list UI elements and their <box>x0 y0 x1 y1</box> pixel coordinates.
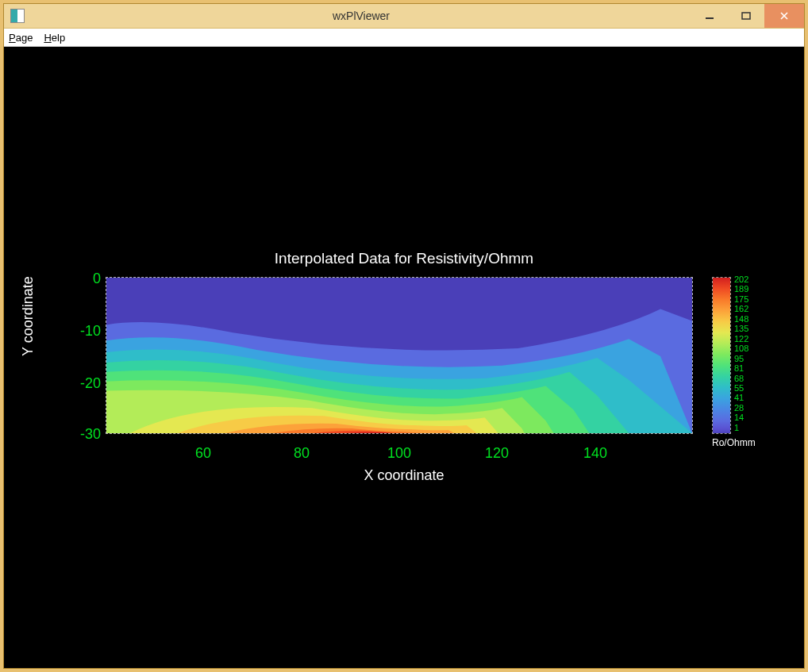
colorbar-tick: 108 <box>734 344 748 353</box>
colorbar-tick: 175 <box>734 295 748 304</box>
x-tick: 140 <box>583 445 607 462</box>
chart: Interpolated Data for Resistivity/Ohmm Y… <box>4 47 804 668</box>
heatmap-svg <box>106 278 692 433</box>
menubar: Page Help <box>4 29 804 47</box>
colorbar-tick: 81 <box>734 364 748 373</box>
colorbar-tick: 68 <box>734 374 748 383</box>
colorbar-tick: 1 <box>734 424 748 432</box>
close-icon <box>779 11 789 21</box>
svg-rect-5 <box>713 278 730 433</box>
app-icon <box>10 9 25 23</box>
menu-page[interactable]: Page <box>9 32 33 44</box>
svg-rect-1 <box>742 13 750 19</box>
y-tick: -20 <box>53 375 101 392</box>
y-tick: -10 <box>53 323 101 340</box>
colorbar-tick: 122 <box>734 335 748 344</box>
colorbar-tick: 148 <box>734 315 748 324</box>
x-axis-label: X coordinate <box>4 467 804 484</box>
x-tick: 80 <box>294 445 310 462</box>
colorbar-tick: 55 <box>734 384 748 393</box>
plot-canvas: Interpolated Data for Resistivity/Ohmm Y… <box>4 47 804 668</box>
colorbar-tick: 95 <box>734 355 748 363</box>
colorbar-tick: 162 <box>734 305 748 313</box>
colorbar <box>712 277 731 434</box>
minimize-button[interactable] <box>691 4 728 28</box>
x-tick: 120 <box>485 445 509 462</box>
colorbar-tick: 14 <box>734 413 748 422</box>
menu-help[interactable]: Help <box>44 32 65 44</box>
x-tick: 100 <box>387 445 411 462</box>
y-axis-label: Y coordinate <box>20 276 37 356</box>
colorbar-tick: 202 <box>734 275 748 284</box>
heatmap-plot <box>106 277 693 434</box>
titlebar[interactable]: wxPlViewer <box>4 4 804 29</box>
colorbar-ticks: 202 189 175 162 148 135 122 108 95 81 68… <box>734 275 748 432</box>
maximize-icon <box>741 11 751 21</box>
colorbar-tick: 28 <box>734 404 748 413</box>
close-button[interactable] <box>764 4 804 28</box>
app-window: wxPlViewer Page Help Interpolated Data f… <box>3 3 805 669</box>
window-title: wxPlViewer <box>31 10 691 22</box>
x-tick: 60 <box>195 445 211 462</box>
maximize-button[interactable] <box>728 4 764 28</box>
colorbar-label: Ro/Ohmm <box>712 437 756 448</box>
minimize-icon <box>705 11 714 21</box>
y-tick: -30 <box>53 426 101 443</box>
colorbar-gradient <box>713 278 730 433</box>
chart-title: Interpolated Data for Resistivity/Ohmm <box>4 250 804 267</box>
colorbar-tick: 135 <box>734 324 748 333</box>
colorbar-tick: 41 <box>734 394 748 402</box>
colorbar-tick: 189 <box>734 285 748 294</box>
y-tick: 0 <box>53 271 101 287</box>
